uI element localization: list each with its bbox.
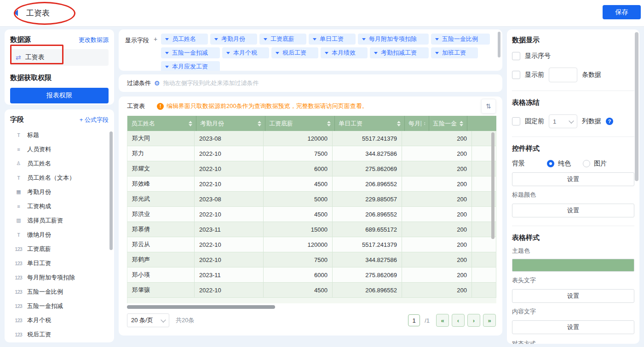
background-label: 背景 [512,159,547,168]
image-radio[interactable] [583,160,590,167]
tag-label: 员工姓名 [172,35,196,43]
rows-suffix-label: 条数据 [582,71,601,79]
column-header[interactable]: 五险一金 [429,116,467,131]
display-field-tag[interactable]: 本月个税 [222,47,269,58]
field-item[interactable]: 123 五险一金比例 [10,284,109,299]
change-datasource-link[interactable]: 更改数据源 [79,36,109,44]
cell-daily-salary: 206.896552 [333,207,402,222]
cell-attendance-month: 2023-08 [195,192,264,206]
column-sort-icon[interactable] [421,119,425,128]
column-header[interactable]: 单日工资 [335,116,405,131]
next-page-button[interactable]: › [467,314,480,327]
divider [512,137,634,137]
display-field-tag[interactable]: 五险一金比例 [431,34,490,45]
field-label: 五险一金比例 [27,288,63,296]
column-sort-icon[interactable] [324,119,331,128]
display-field-tag[interactable]: 工资底薪 [259,34,306,45]
field-item[interactable]: ▥ 选择员工薪资 [10,213,109,228]
table-horizontal-scrollbar[interactable] [127,305,496,309]
table-row[interactable]: 郑肇骧 2022-10 4500 206.896552 200 [127,283,496,298]
field-item[interactable]: 123 工资底薪 [10,242,109,256]
display-field-tag[interactable]: 每月附加专项扣除 [358,34,429,45]
table-row[interactable]: 郑光武 2023-08 5000 229.885057 200 [127,192,496,207]
display-field-tag[interactable]: 员工姓名 [161,34,208,45]
field-item[interactable]: ≡ 工资构成 [10,199,109,213]
table-row[interactable]: 郑效峰 2022-10 4500 206.896552 200 [127,176,496,192]
sort-toggle-button[interactable]: ⇅ [481,99,496,114]
content-text-set-button[interactable]: 设置 [512,320,634,334]
save-button[interactable]: 保存 [603,5,641,19]
display-field-tag[interactable]: 本月绩效 [321,47,368,58]
cols-suffix-label: 列数据 [582,117,601,125]
theme-color-swatch[interactable] [512,259,634,272]
display-field-tag[interactable]: 单日工资 [309,34,356,45]
display-field-tag[interactable]: 五险一金扣减 [161,47,220,58]
table-row[interactable]: 郑慕倩 2023-11 15000 689.655172 200 [127,222,496,237]
add-display-field-button[interactable]: + [154,35,161,71]
table-row[interactable]: 郑力 2022-10 7500 344.827586 200 [127,146,496,161]
column-header[interactable]: 考勤月份 [196,116,265,131]
page-number-input[interactable]: 1 [408,314,420,326]
display-field-tag[interactable]: 税后工资 [271,47,318,58]
table-row[interactable]: 郑洪业 2022-10 4500 206.896552 200 [127,207,496,222]
cell-monthly-deduction: 200 [402,283,472,297]
divider [512,226,634,226]
display-field-tag[interactable]: 考勤月份 [210,34,257,45]
cell-employee-name: 郑云从 [127,237,195,252]
dropdown-caret-icon [435,52,439,56]
show-index-checkbox[interactable] [512,52,520,60]
gear-icon[interactable]: ⚙ [154,80,160,87]
column-sort-icon[interactable] [255,119,261,128]
field-item[interactable]: T 员工姓名（文本） [10,171,109,185]
table-row[interactable]: 郑耀文 2022-10 6000 275.862069 200 [127,161,496,176]
table-row[interactable]: 郑云从 2022-10 120000 5517.241379 200 [127,237,496,252]
display-field-tag[interactable]: 考勤扣减工资 [370,47,429,58]
data-display-heading: 数据显示 [512,36,634,45]
column-sort-icon[interactable] [394,119,401,128]
field-item[interactable]: ▦ 考勤月份 [10,185,109,199]
title-color-set-button[interactable]: 设置 [512,204,634,217]
prev-page-button[interactable]: ‹ [452,314,465,327]
cell-insurance [472,252,496,267]
column-header[interactable]: 每月附加专项扣除 [405,116,429,131]
fix-columns-checkbox[interactable] [512,117,520,125]
column-sort-icon[interactable] [457,119,463,128]
header-text-set-button[interactable]: 设置 [512,289,634,303]
cell-base-salary: 6000 [264,161,333,176]
field-item[interactable]: ♙ 员工姓名 [10,156,109,171]
column-sort-icon[interactable] [186,119,192,128]
table-row[interactable]: 郑小瑛 2023-11 6000 275.862069 200 [127,267,496,283]
fields-scrollbar[interactable] [109,131,113,250]
background-set-button[interactable]: 设置 [512,172,634,186]
last-page-button[interactable]: » [483,314,496,327]
display-field-tag[interactable]: 本月应发工资 [161,61,220,71]
field-item[interactable]: 123 五险一金扣减 [10,299,109,313]
cell-base-salary: 15000 [264,222,333,237]
settings-scrollbar[interactable] [635,32,638,181]
show-first-checkbox[interactable] [512,71,520,79]
field-item[interactable]: ≡ 人员资料 [10,142,109,156]
column-header[interactable]: 工资底薪 [265,116,335,131]
show-first-count-input[interactable] [549,68,577,82]
help-icon[interactable]: ? [606,118,613,125]
field-item[interactable]: T 标题 [10,128,109,142]
field-item[interactable]: 123 每月附加专项扣除 [10,270,109,284]
table-row[interactable]: 郑鹤声 2022-10 7500 344.827586 200 [127,252,496,267]
display-fields-scrollbar[interactable] [498,32,500,57]
table-row[interactable]: 郑大同 2023-08 120000 5517.241379 200 [127,131,496,146]
field-item[interactable]: 123 单日工资 [10,256,109,270]
first-page-button[interactable]: « [436,314,449,327]
display-field-tag[interactable]: 加班工资 [431,47,478,58]
fix-columns-value: 1 [553,118,556,125]
add-formula-field-link[interactable]: + 公式字段 [80,116,109,124]
report-permission-button[interactable]: 报表权限 [10,88,109,103]
field-item[interactable]: T 缴纳月份 [10,228,109,242]
table-vertical-scrollbar[interactable] [491,132,494,239]
fix-columns-select[interactable]: 1 [549,114,577,128]
field-item[interactable]: 123 本月个税 [10,313,109,327]
cell-employee-name: 郑光武 [127,192,195,206]
column-header[interactable]: 员工姓名 [127,116,196,131]
page-size-select[interactable]: 20 条/页 [127,313,169,327]
solid-color-radio[interactable] [547,160,554,167]
field-item[interactable]: 123 税后工资 [10,327,109,341]
